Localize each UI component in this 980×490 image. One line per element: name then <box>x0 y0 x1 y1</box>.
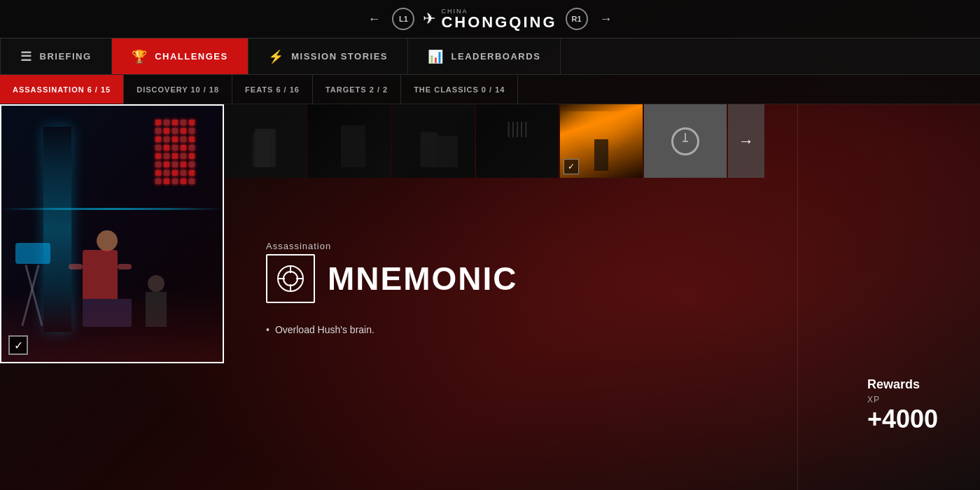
challenge-icon <box>266 254 315 303</box>
arm-right <box>118 264 132 270</box>
bullet: • <box>266 324 270 335</box>
filter-the-classics[interactable]: THE CLASSICS 0 / 14 <box>401 75 518 104</box>
challenges-icon: 🏆 <box>132 49 148 64</box>
challenge-thumb-2[interactable] <box>224 104 307 178</box>
tab-challenges-label: CHALLENGES <box>155 51 228 62</box>
rewards-xp-label: XP <box>867 395 938 405</box>
figure <box>594 139 608 171</box>
r1-button[interactable]: R1 <box>566 8 588 30</box>
filter-bar: ASSASSINATION 6 / 15 DISCOVERY 10 / 18 F… <box>0 75 980 104</box>
leaderboards-icon: 📊 <box>428 49 444 64</box>
next-arrow[interactable]: → <box>596 9 616 29</box>
arrow-icon: → <box>738 132 754 150</box>
thumb3-bg <box>308 104 391 178</box>
objective-text: Overload Hush's brain. <box>275 324 374 335</box>
main-content: ✓ <box>0 104 980 490</box>
tab-briefing[interactable]: ☰ BRIEFING <box>0 38 112 74</box>
tab-bar: ☰ BRIEFING 🏆 CHALLENGES ⚡ MISSION STORIE… <box>0 38 980 75</box>
filter-targets[interactable]: TARGETS 2 / 2 <box>313 75 401 104</box>
mission-stories-icon: ⚡ <box>268 49 285 64</box>
plane-icon: ✈ <box>423 10 435 28</box>
challenge-thumb-4[interactable] <box>392 104 475 178</box>
location-city: CHONGQING <box>441 15 556 30</box>
l1-button[interactable]: L1 <box>392 8 414 30</box>
thumbnail-check: ✓ <box>8 335 28 355</box>
tripod-top <box>15 243 50 264</box>
tab-leaderboards-label: LEADERBOARDS <box>451 51 541 62</box>
selected-challenge-thumbnail[interactable]: ✓ <box>0 104 224 363</box>
figure <box>341 125 365 167</box>
figure-head <box>97 230 118 251</box>
arm-left <box>69 264 83 270</box>
filter-discovery[interactable]: DISCOVERY 10 / 18 <box>124 75 232 104</box>
check-icon-small: ✓ <box>568 162 575 172</box>
figure <box>421 132 438 167</box>
scene <box>1 106 223 362</box>
tab-mission-stories-label: MISSION STORIES <box>291 51 388 62</box>
challenge-objectives: • Overload Hush's brain. <box>266 324 945 335</box>
challenge-thumb-3[interactable] <box>308 104 391 178</box>
fig2-head <box>148 275 164 292</box>
location-display: ✈ CHINA CHONGQING <box>423 8 556 30</box>
rewards-title: Rewards <box>867 377 938 392</box>
check-icon: ✓ <box>14 339 23 352</box>
top-navigation: ← L1 ✈ CHINA CHONGQING R1 → <box>0 0 980 38</box>
tab-challenges[interactable]: 🏆 CHALLENGES <box>112 38 248 74</box>
figure <box>253 132 270 167</box>
bottom-glow <box>1 292 223 362</box>
thumbnail-strip: ||||| ✓ → <box>224 104 980 213</box>
svg-point-1 <box>284 272 298 286</box>
filter-feats[interactable]: FEATS 6 / 16 <box>232 75 313 104</box>
challenge-header: Mnemonic <box>266 254 945 303</box>
vertical-lines: ||||| <box>506 118 528 138</box>
next-challenge-button[interactable]: → <box>728 104 764 178</box>
briefing-icon: ☰ <box>20 49 33 64</box>
tab-leaderboards[interactable]: 📊 LEADERBOARDS <box>408 38 561 74</box>
rewards-panel: Rewards XP +4000 <box>867 377 938 434</box>
lock-icon <box>671 127 699 155</box>
crosshair-svg <box>275 263 306 294</box>
challenge-thumb-6[interactable]: ✓ <box>560 104 643 178</box>
thumb5-bg: ||||| <box>476 104 559 178</box>
challenge-title: Mnemonic <box>328 260 518 298</box>
thumb6-check: ✓ <box>564 159 579 174</box>
tab-mission-stories[interactable]: ⚡ MISSION STORIES <box>248 38 408 74</box>
filter-assassination[interactable]: ASSASSINATION 6 / 15 <box>0 75 124 104</box>
rewards-xp-value: +4000 <box>867 405 938 434</box>
thumb2-bg <box>224 104 307 178</box>
objective-1: • Overload Hush's brain. <box>266 324 945 335</box>
challenge-thumb-locked[interactable] <box>644 104 727 178</box>
figure <box>438 136 458 167</box>
challenge-thumb-5[interactable]: ||||| <box>476 104 559 178</box>
challenge-detail: Assassination Mnemonic <box>224 178 980 490</box>
neon-line <box>1 208 223 210</box>
tab-briefing-label: BRIEFING <box>40 51 92 62</box>
thumb4-bg <box>392 104 475 178</box>
red-dots <box>155 120 195 184</box>
challenge-type: Assassination <box>266 241 945 251</box>
challenge-info: Assassination Mnemonic <box>266 241 945 356</box>
prev-arrow[interactable]: ← <box>364 9 384 29</box>
